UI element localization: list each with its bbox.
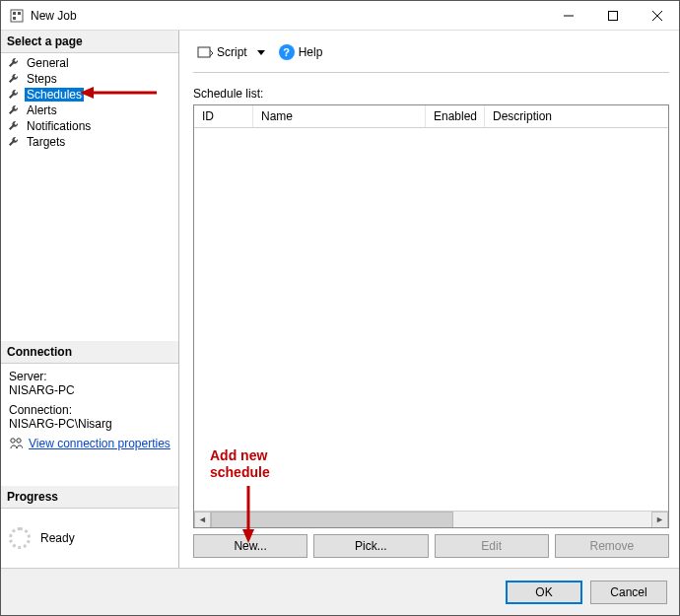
window-title: New Job [31,9,546,23]
script-button[interactable]: Script [193,43,269,61]
help-label: Help [299,45,323,59]
remove-button: Remove [555,534,669,558]
connection-label: Connection: [9,403,170,417]
grid-body [194,128,668,511]
scroll-left-icon[interactable]: ◄ [194,512,211,528]
sidebar-item-label: Steps [25,72,59,86]
close-button[interactable] [635,1,679,30]
grid-header: ID Name Enabled Description [194,105,668,128]
svg-rect-1 [13,12,16,15]
new-button[interactable]: New... [193,534,307,558]
column-id[interactable]: ID [194,105,253,127]
select-page-header: Select a page [1,31,178,53]
toolbar: Script ? Help [193,38,669,73]
sidebar-item-label: General [25,56,71,70]
wrench-icon [7,72,21,86]
pick-button[interactable]: Pick... [313,534,428,558]
sidebar-item-schedules[interactable]: Schedules [1,87,178,103]
help-button[interactable]: ? Help [275,42,327,62]
schedule-list-grid[interactable]: ID Name Enabled Description ◄ ► [193,104,669,528]
help-icon: ? [279,44,295,60]
svg-point-8 [11,439,15,443]
svg-rect-5 [608,11,617,20]
svg-rect-2 [18,12,21,15]
schedule-list-label: Schedule list: [193,87,669,101]
server-label: Server: [9,370,170,383]
column-name[interactable]: Name [253,105,426,127]
scrollbar-thumb[interactable] [211,512,453,528]
window-controls [546,1,679,30]
svg-rect-3 [13,17,16,20]
wrench-icon [7,88,21,102]
connection-value: NISARG-PC\Nisarg [9,417,170,431]
svg-rect-10 [198,47,210,57]
sidebar-item-alerts[interactable]: Alerts [1,103,178,118]
progress-status: Ready [40,531,75,545]
sidebar: Select a page General Steps Schedules Al… [1,31,179,568]
dialog-window: New Job Select a page General [0,0,680,616]
script-label: Script [217,45,247,59]
sidebar-item-targets[interactable]: Targets [1,134,178,150]
sidebar-item-label: Alerts [25,103,59,117]
column-description[interactable]: Description [485,105,668,127]
edit-button: Edit [435,534,549,558]
scroll-right-icon[interactable]: ► [651,512,668,528]
wrench-icon [7,103,21,117]
maximize-button[interactable] [590,1,635,30]
connection-properties-icon [9,437,23,450]
titlebar: New Job [1,1,679,31]
horizontal-scrollbar[interactable]: ◄ ► [194,511,668,527]
sidebar-item-label: Notifications [25,119,93,133]
app-icon [9,8,25,24]
dialog-footer: OK Cancel [1,568,679,615]
connection-panel: Server: NISARG-PC Connection: NISARG-PC\… [1,364,178,456]
cancel-button[interactable]: Cancel [590,581,667,604]
svg-rect-0 [11,10,23,22]
sidebar-item-label: Schedules [25,88,84,102]
wrench-icon [7,56,21,70]
svg-point-9 [17,439,21,443]
server-value: NISARG-PC [9,383,170,397]
chevron-down-icon [257,50,265,55]
page-list: General Steps Schedules Alerts Notificat… [1,53,178,152]
progress-panel: Ready [1,509,178,568]
main-panel: Script ? Help Schedule list: ID Name Ena… [179,31,679,568]
view-connection-properties-link[interactable]: View connection properties [29,437,170,450]
sidebar-item-label: Targets [25,135,67,149]
wrench-icon [7,135,21,149]
progress-spinner-icon [9,527,31,549]
script-icon [197,45,213,59]
progress-header: Progress [1,486,178,509]
connection-header: Connection [1,341,178,364]
ok-button[interactable]: OK [506,581,582,604]
sidebar-item-steps[interactable]: Steps [1,71,178,87]
minimize-button[interactable] [546,1,590,30]
column-enabled[interactable]: Enabled [426,105,485,127]
wrench-icon [7,119,21,133]
sidebar-item-general[interactable]: General [1,55,178,71]
schedule-action-row: New... Pick... Edit Remove [193,534,669,558]
sidebar-item-notifications[interactable]: Notifications [1,118,178,134]
